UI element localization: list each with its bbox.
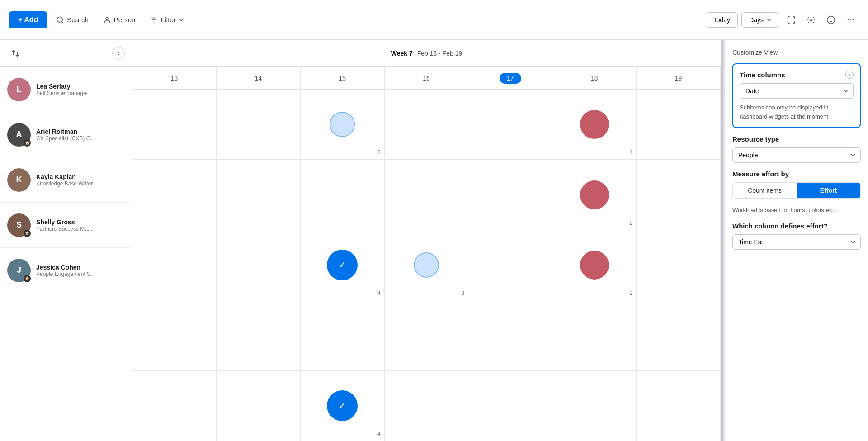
settings-button[interactable] [803, 12, 819, 28]
person-role: Partners Success Ma... [36, 226, 125, 232]
gear-icon [807, 15, 816, 24]
today-button[interactable]: Today [706, 12, 738, 28]
cal-cell-18: 2 [552, 230, 637, 300]
person-label: Person [114, 16, 136, 24]
event-dot-red[interactable] [580, 251, 609, 280]
main-area: ‹ L Lea Serfaty Self Service manager A 🏠… [0, 40, 868, 441]
measure-effort-label: Measure effort by [732, 170, 861, 178]
time-columns-select[interactable]: Date Timeline Date Range [740, 83, 854, 99]
cal-cell [217, 230, 301, 300]
event-dot[interactable] [330, 112, 355, 137]
event-dot-light[interactable] [414, 252, 439, 278]
search-label: Search [67, 16, 89, 24]
cal-cell [217, 90, 301, 159]
event-dot-blue-check[interactable]: ✓ [327, 250, 358, 280]
filter-icon [150, 16, 158, 24]
effort-column-select[interactable]: Time Est Story Points Hours [732, 234, 861, 250]
home-badge: 🏠 [24, 275, 31, 282]
filter-button[interactable]: Filter [144, 12, 189, 28]
effort-toggle-row: Count items Effort [732, 182, 861, 199]
filter-label: Filter [160, 16, 175, 24]
toolbar-right: Today Days ··· [706, 12, 859, 28]
date-cell-15: 15 [301, 67, 385, 89]
cal-cell [637, 371, 721, 441]
cell-count: 4 [377, 431, 381, 437]
cal-cell [552, 300, 637, 370]
person-name: Lea Serfaty [36, 83, 125, 90]
cal-cell-15: ✓ 4 [301, 230, 385, 300]
date-cell-13: 13 [132, 67, 217, 89]
person-row: L Lea Serfaty Self Service manager [0, 67, 132, 112]
cal-cell-18: 2 [552, 160, 637, 229]
avatar-container: J 🏠 [7, 259, 31, 282]
person-button[interactable]: Person [98, 12, 141, 28]
cal-cell [132, 300, 217, 370]
person-row: J 🏠 Jessica Cohen People Engagement S... [0, 248, 132, 293]
emoji-button[interactable] [823, 12, 839, 28]
person-name: Kayla Kaplan [36, 173, 125, 180]
cal-cell-today [468, 371, 552, 441]
cell-count: 2 [629, 290, 632, 296]
person-info: Jessica Cohen People Engagement S... [36, 264, 125, 277]
cal-cell-15: 3 [301, 90, 385, 159]
info-icon[interactable]: i [845, 71, 854, 79]
cell-count: 3 [377, 149, 381, 156]
date-cell-14: 14 [217, 67, 301, 89]
cal-cell [301, 160, 385, 229]
event-dot-red[interactable] [580, 180, 609, 209]
days-button[interactable]: Days [741, 12, 779, 28]
effort-button[interactable]: Effort [797, 183, 860, 198]
add-button[interactable]: + Add [9, 11, 47, 28]
expand-icon [787, 15, 796, 24]
time-columns-label: Time columns i [740, 71, 854, 79]
svg-point-0 [57, 17, 63, 22]
people-panel: ‹ L Lea Serfaty Self Service manager A 🏠… [0, 40, 132, 441]
svg-point-2 [106, 17, 108, 20]
week-number: Week 7 [391, 50, 413, 57]
search-button[interactable]: Search [51, 12, 94, 28]
calendar-row-shelly [132, 300, 721, 370]
cal-cell [637, 230, 721, 300]
avatar: K [7, 168, 31, 192]
date-cell-18: 18 [552, 67, 637, 89]
toolbar: + Add Search Person Filter Today Days ··… [0, 0, 868, 40]
cal-cell [217, 300, 301, 370]
person-role: Self Service manager [36, 90, 125, 96]
person-row: A 🏠 Ariel Roitman CX Specialist (CXS) Gl… [0, 112, 132, 157]
cal-cell-today [468, 90, 552, 159]
right-panel: Customize View Time columns i Date Timel… [723, 40, 868, 441]
calendar-row-jessica: ✓ 4 [132, 371, 721, 441]
collapse-button[interactable]: ‹ [112, 47, 125, 60]
cal-cell [637, 300, 721, 370]
resource-type-select[interactable]: People Teams [732, 147, 861, 163]
cal-cell [132, 160, 217, 229]
more-button[interactable]: ··· [843, 12, 859, 28]
avatar-container: A 🏠 [7, 123, 31, 147]
expand-button[interactable] [783, 12, 799, 28]
cal-cell-18: 4 [552, 90, 637, 159]
sort-button[interactable] [7, 45, 24, 62]
count-items-button[interactable]: Count items [733, 183, 797, 198]
event-dot-blue-check[interactable]: ✓ [327, 390, 358, 421]
filter-chevron-icon [179, 17, 184, 23]
avatar-container: S 🏠 [7, 213, 31, 237]
calendar-row-kayla: ✓ 4 3 2 [132, 230, 721, 300]
event-dot-red[interactable] [580, 110, 609, 139]
cal-cell [132, 230, 217, 300]
cal-cell [552, 371, 637, 441]
time-columns-section: Time columns i Date Timeline Date Range … [732, 63, 861, 128]
avatar: L [7, 78, 31, 101]
search-icon [56, 16, 64, 24]
cal-cell [385, 160, 469, 229]
person-name: Jessica Cohen [36, 264, 125, 271]
cell-count: 4 [629, 149, 632, 156]
home-badge: 🏠 [24, 139, 31, 147]
calendar-row-lea: 3 4 [132, 90, 721, 160]
cal-cell [385, 371, 469, 441]
effort-column-section: Which column defines effort? Time Est St… [732, 222, 861, 250]
person-icon [103, 16, 111, 24]
workload-note: Workload is based on hours, points etc. [732, 206, 861, 215]
cell-count: 2 [629, 220, 632, 226]
days-label: Days [749, 16, 764, 24]
cal-cell-today [468, 300, 552, 370]
